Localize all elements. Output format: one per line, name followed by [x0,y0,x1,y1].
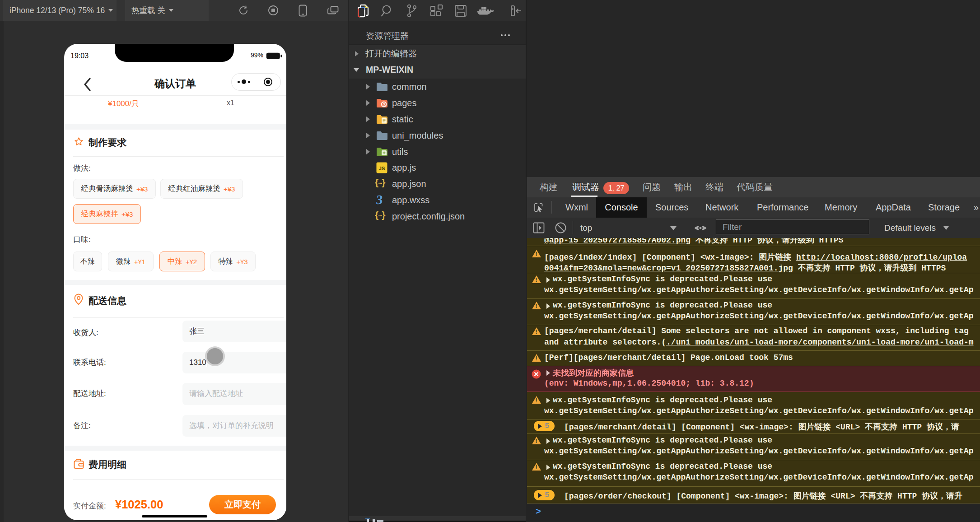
svg-text:JS: JS [378,166,385,171]
